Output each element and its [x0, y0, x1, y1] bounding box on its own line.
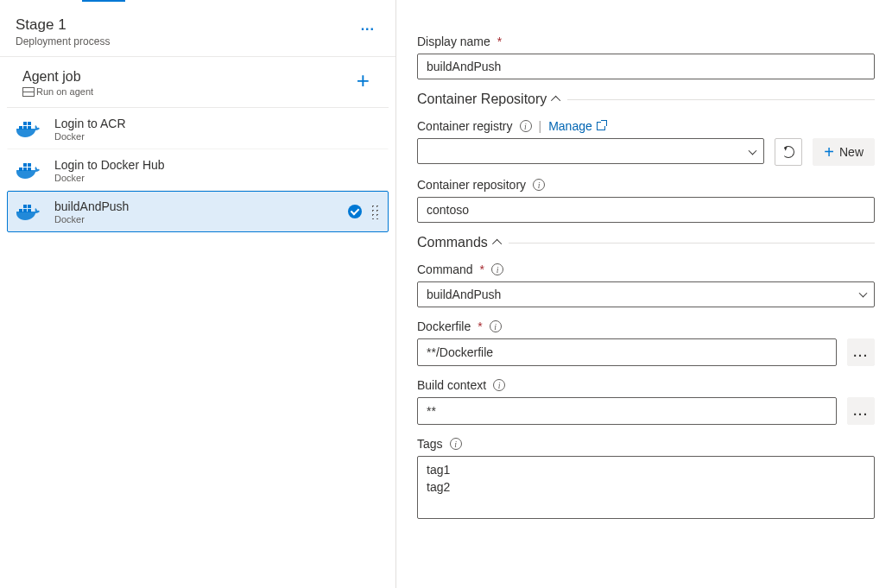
server-icon: [22, 87, 33, 96]
new-button[interactable]: + New: [813, 138, 875, 166]
task-title: Login to ACR: [54, 117, 379, 130]
browse-button[interactable]: ...: [847, 397, 875, 425]
svg-rect-3: [23, 122, 27, 125]
section-title: Commands: [417, 235, 488, 250]
agent-job-header[interactable]: Agent job Run on agent +: [7, 57, 389, 108]
tags-textarea[interactable]: tag1 tag2: [417, 456, 875, 519]
svg-rect-9: [28, 163, 31, 167]
section-commands[interactable]: Commands: [417, 235, 875, 250]
tags-label: Tags: [417, 437, 443, 451]
svg-rect-8: [23, 163, 27, 167]
info-icon[interactable]: [490, 320, 502, 332]
enabled-badge-icon[interactable]: [348, 205, 362, 218]
container-repository-input[interactable]: [417, 197, 875, 223]
stage-header[interactable]: Stage 1 Deployment process ···: [0, 4, 395, 57]
task-item-login-acr[interactable]: Login to ACR Docker: [7, 108, 389, 149]
info-icon[interactable]: [491, 263, 503, 275]
info-icon[interactable]: [493, 379, 505, 391]
display-name-input[interactable]: [417, 54, 875, 79]
svg-rect-13: [23, 205, 27, 208]
svg-rect-4: [28, 122, 31, 125]
container-repository-label: Container repository: [417, 178, 526, 192]
tasks-panel: Stage 1 Deployment process ··· Agent job…: [0, 0, 396, 588]
divider: [567, 99, 875, 100]
divider: [509, 243, 875, 243]
container-registry-select[interactable]: [417, 138, 764, 166]
info-icon[interactable]: [533, 179, 545, 191]
manage-link-text: Manage: [548, 119, 592, 133]
container-registry-input[interactable]: [417, 138, 764, 164]
add-task-button[interactable]: +: [353, 69, 373, 92]
refresh-button[interactable]: [775, 138, 802, 166]
task-subtitle: Docker: [54, 214, 336, 224]
section-title: Container Repository: [417, 92, 547, 107]
dockerfile-input[interactable]: [417, 338, 837, 366]
container-registry-label: Container registry: [417, 119, 513, 133]
ellipsis-icon: ...: [853, 404, 869, 418]
task-details-panel: Display name * Container Repository Cont…: [396, 0, 892, 588]
build-context-label: Build context: [417, 378, 486, 392]
dockerfile-label: Dockerfile: [417, 319, 471, 333]
task-item-buildandpush[interactable]: buildAndPush Docker: [7, 191, 389, 232]
section-container-repository[interactable]: Container Repository: [417, 92, 875, 107]
active-tab-indicator: [82, 0, 125, 2]
job-subtitle: Run on agent: [22, 86, 93, 97]
svg-rect-14: [28, 205, 31, 208]
task-subtitle: Docker: [54, 173, 379, 183]
docker-icon: [16, 157, 42, 183]
info-icon[interactable]: [450, 438, 462, 450]
task-item-login-dockerhub[interactable]: Login to Docker Hub Docker: [7, 149, 389, 191]
manage-link[interactable]: Manage: [548, 119, 605, 133]
info-icon[interactable]: [520, 120, 532, 132]
stage-menu-icon[interactable]: ···: [356, 16, 380, 42]
new-button-label: New: [839, 145, 864, 159]
chevron-up-icon: [551, 96, 560, 105]
docker-icon: [16, 199, 42, 224]
ellipsis-icon: ...: [853, 345, 869, 359]
task-title: Login to Docker Hub: [54, 158, 379, 172]
required-marker: *: [480, 262, 484, 276]
separator: |: [539, 119, 542, 133]
build-context-input[interactable]: [417, 397, 837, 425]
task-title: buildAndPush: [54, 199, 336, 213]
task-subtitle: Docker: [54, 131, 379, 142]
chevron-up-icon: [492, 239, 502, 249]
job-title: Agent job: [22, 69, 93, 85]
job-subtitle-text: Run on agent: [36, 86, 93, 97]
drag-handle-icon[interactable]: [370, 204, 379, 219]
browse-button[interactable]: ...: [847, 338, 875, 366]
stage-subtitle: Deployment process: [16, 35, 110, 47]
task-list: Login to ACR Docker Login to Docker Hub …: [0, 108, 395, 232]
display-name-label: Display name: [417, 35, 490, 48]
command-select[interactable]: [417, 281, 875, 307]
command-input[interactable]: [417, 281, 875, 307]
docker-icon: [16, 116, 42, 142]
stage-title: Stage 1: [16, 16, 110, 34]
external-link-icon: [597, 122, 605, 130]
plus-icon: +: [824, 143, 834, 161]
command-label: Command: [417, 262, 473, 276]
refresh-icon: [782, 146, 794, 158]
required-marker: *: [497, 35, 502, 48]
required-marker: *: [478, 319, 482, 333]
